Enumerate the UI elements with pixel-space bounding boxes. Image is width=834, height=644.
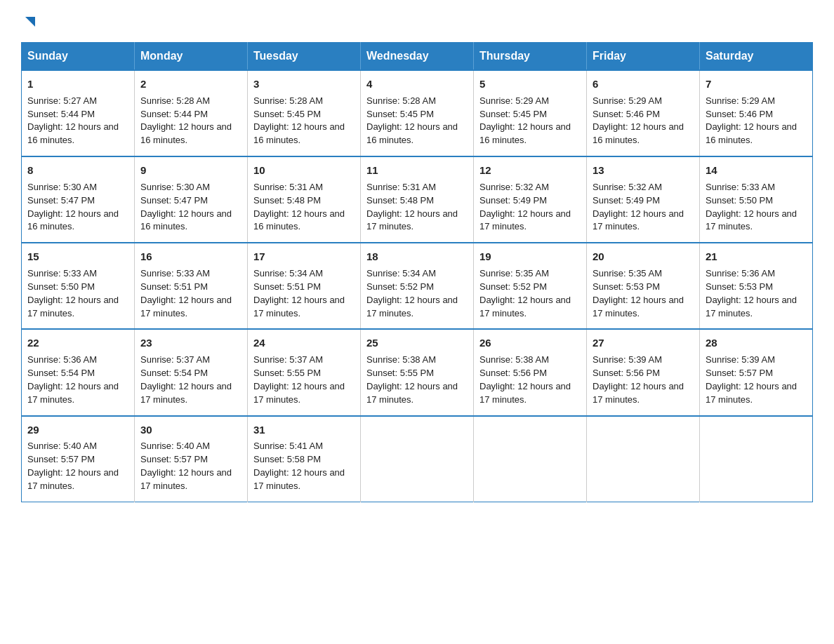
day-info: Sunrise: 5:33 AMSunset: 5:50 PMDaylight:… [27, 267, 128, 320]
day-number: 20 [593, 249, 694, 264]
logo-general [21, 14, 38, 29]
calendar-cell: 10Sunrise: 5:31 AMSunset: 5:48 PMDayligh… [248, 156, 361, 243]
day-number: 10 [253, 163, 355, 178]
day-number: 26 [479, 335, 581, 351]
day-number: 16 [140, 249, 241, 264]
day-info: Sunrise: 5:36 AMSunset: 5:54 PMDaylight:… [27, 354, 128, 406]
calendar-cell: 11Sunrise: 5:31 AMSunset: 5:48 PMDayligh… [361, 156, 474, 243]
calendar-cell: 13Sunrise: 5:32 AMSunset: 5:49 PMDayligh… [587, 156, 700, 243]
day-info: Sunrise: 5:39 AMSunset: 5:57 PMDaylight:… [706, 354, 807, 406]
calendar-cell: 8Sunrise: 5:30 AMSunset: 5:47 PMDaylight… [22, 156, 135, 243]
day-info: Sunrise: 5:29 AMSunset: 5:46 PMDaylight:… [593, 95, 694, 147]
day-number: 7 [706, 76, 807, 92]
calendar-week-row: 22Sunrise: 5:36 AMSunset: 5:54 PMDayligh… [22, 329, 813, 415]
weekday-header-wednesday: Wednesday [361, 43, 474, 71]
day-number: 5 [479, 76, 581, 92]
calendar-cell: 2Sunrise: 5:28 AMSunset: 5:44 PMDaylight… [135, 70, 248, 156]
day-info: Sunrise: 5:38 AMSunset: 5:55 PMDaylight:… [366, 354, 468, 406]
logo-triangle-icon [22, 14, 38, 29]
day-info: Sunrise: 5:40 AMSunset: 5:57 PMDaylight:… [140, 440, 241, 492]
day-info: Sunrise: 5:37 AMSunset: 5:55 PMDaylight:… [253, 354, 355, 406]
calendar-cell: 21Sunrise: 5:36 AMSunset: 5:53 PMDayligh… [700, 243, 813, 329]
weekday-header-monday: Monday [135, 43, 248, 71]
day-number: 4 [366, 76, 468, 92]
calendar-cell: 9Sunrise: 5:30 AMSunset: 5:47 PMDaylight… [135, 156, 248, 243]
calendar-cell: 25Sunrise: 5:38 AMSunset: 5:55 PMDayligh… [361, 329, 474, 415]
calendar-cell: 26Sunrise: 5:38 AMSunset: 5:56 PMDayligh… [474, 329, 587, 415]
day-info: Sunrise: 5:31 AMSunset: 5:48 PMDaylight:… [366, 181, 468, 234]
calendar-week-row: 1Sunrise: 5:27 AMSunset: 5:44 PMDaylight… [22, 70, 813, 156]
day-number: 15 [27, 249, 128, 264]
calendar-cell: 24Sunrise: 5:37 AMSunset: 5:55 PMDayligh… [248, 329, 361, 415]
day-number: 23 [140, 335, 241, 351]
calendar-cell: 7Sunrise: 5:29 AMSunset: 5:46 PMDaylight… [700, 70, 813, 156]
day-number: 19 [479, 249, 581, 264]
day-info: Sunrise: 5:30 AMSunset: 5:47 PMDaylight:… [27, 181, 128, 234]
weekday-header-sunday: Sunday [22, 43, 135, 71]
calendar-week-row: 29Sunrise: 5:40 AMSunset: 5:57 PMDayligh… [22, 416, 813, 502]
day-info: Sunrise: 5:28 AMSunset: 5:44 PMDaylight:… [140, 95, 241, 147]
day-info: Sunrise: 5:32 AMSunset: 5:49 PMDaylight:… [593, 181, 694, 234]
day-number: 29 [27, 422, 128, 438]
day-number: 25 [366, 335, 468, 351]
calendar-cell: 5Sunrise: 5:29 AMSunset: 5:45 PMDaylight… [474, 70, 587, 156]
calendar-cell: 28Sunrise: 5:39 AMSunset: 5:57 PMDayligh… [700, 329, 813, 415]
weekday-header-saturday: Saturday [700, 43, 813, 71]
day-number: 8 [27, 163, 128, 178]
day-info: Sunrise: 5:38 AMSunset: 5:56 PMDaylight:… [479, 354, 581, 406]
calendar-week-row: 8Sunrise: 5:30 AMSunset: 5:47 PMDaylight… [22, 156, 813, 243]
calendar-cell: 20Sunrise: 5:35 AMSunset: 5:53 PMDayligh… [587, 243, 700, 329]
calendar-cell: 23Sunrise: 5:37 AMSunset: 5:54 PMDayligh… [135, 329, 248, 415]
day-info: Sunrise: 5:29 AMSunset: 5:46 PMDaylight:… [706, 95, 807, 147]
calendar-cell [700, 416, 813, 502]
calendar-cell: 22Sunrise: 5:36 AMSunset: 5:54 PMDayligh… [22, 329, 135, 415]
day-number: 28 [706, 335, 807, 351]
calendar-cell: 17Sunrise: 5:34 AMSunset: 5:51 PMDayligh… [248, 243, 361, 329]
day-info: Sunrise: 5:34 AMSunset: 5:51 PMDaylight:… [253, 267, 355, 320]
day-number: 18 [366, 249, 468, 264]
calendar-cell: 12Sunrise: 5:32 AMSunset: 5:49 PMDayligh… [474, 156, 587, 243]
calendar-cell: 16Sunrise: 5:33 AMSunset: 5:51 PMDayligh… [135, 243, 248, 329]
day-info: Sunrise: 5:40 AMSunset: 5:57 PMDaylight:… [27, 440, 128, 492]
calendar-table: SundayMondayTuesdayWednesdayThursdayFrid… [21, 42, 813, 502]
day-info: Sunrise: 5:30 AMSunset: 5:47 PMDaylight:… [140, 181, 241, 234]
calendar-cell [361, 416, 474, 502]
day-number: 2 [140, 76, 241, 92]
day-info: Sunrise: 5:39 AMSunset: 5:56 PMDaylight:… [593, 354, 694, 406]
weekday-header-thursday: Thursday [474, 43, 587, 71]
day-info: Sunrise: 5:28 AMSunset: 5:45 PMDaylight:… [253, 95, 355, 147]
day-number: 12 [479, 163, 581, 178]
calendar-cell: 1Sunrise: 5:27 AMSunset: 5:44 PMDaylight… [22, 70, 135, 156]
calendar-cell: 27Sunrise: 5:39 AMSunset: 5:56 PMDayligh… [587, 329, 700, 415]
day-info: Sunrise: 5:33 AMSunset: 5:50 PMDaylight:… [706, 181, 807, 234]
day-number: 22 [27, 335, 128, 351]
day-number: 11 [366, 163, 468, 178]
day-number: 1 [27, 76, 128, 92]
calendar-week-row: 15Sunrise: 5:33 AMSunset: 5:50 PMDayligh… [22, 243, 813, 329]
calendar-cell: 6Sunrise: 5:29 AMSunset: 5:46 PMDaylight… [587, 70, 700, 156]
day-info: Sunrise: 5:41 AMSunset: 5:58 PMDaylight:… [253, 440, 355, 492]
day-number: 14 [706, 163, 807, 178]
day-info: Sunrise: 5:34 AMSunset: 5:52 PMDaylight:… [366, 267, 468, 320]
day-info: Sunrise: 5:28 AMSunset: 5:45 PMDaylight:… [366, 95, 468, 147]
day-info: Sunrise: 5:36 AMSunset: 5:53 PMDaylight:… [706, 267, 807, 320]
day-number: 24 [253, 335, 355, 351]
day-number: 27 [593, 335, 694, 351]
calendar-cell [587, 416, 700, 502]
day-number: 30 [140, 422, 241, 438]
day-number: 9 [140, 163, 241, 178]
day-number: 21 [706, 249, 807, 264]
calendar-cell: 31Sunrise: 5:41 AMSunset: 5:58 PMDayligh… [248, 416, 361, 502]
day-info: Sunrise: 5:33 AMSunset: 5:51 PMDaylight:… [140, 267, 241, 320]
calendar-cell [474, 416, 587, 502]
calendar-cell: 14Sunrise: 5:33 AMSunset: 5:50 PMDayligh… [700, 156, 813, 243]
calendar-cell: 18Sunrise: 5:34 AMSunset: 5:52 PMDayligh… [361, 243, 474, 329]
svg-marker-0 [25, 17, 35, 27]
day-number: 13 [593, 163, 694, 178]
weekday-header-tuesday: Tuesday [248, 43, 361, 71]
calendar-cell: 3Sunrise: 5:28 AMSunset: 5:45 PMDaylight… [248, 70, 361, 156]
weekday-header-friday: Friday [587, 43, 700, 71]
day-info: Sunrise: 5:31 AMSunset: 5:48 PMDaylight:… [253, 181, 355, 234]
day-info: Sunrise: 5:32 AMSunset: 5:49 PMDaylight:… [479, 181, 581, 234]
logo [21, 14, 38, 29]
